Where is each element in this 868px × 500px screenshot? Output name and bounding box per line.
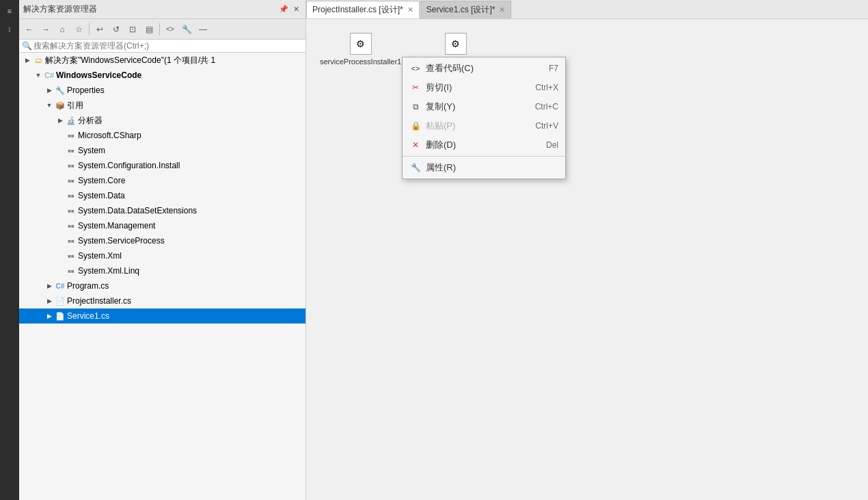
tree-item-solution[interactable]: 🗂 解决方案"WindowsServiceCode"(1 个项目/共 1 bbox=[19, 53, 306, 68]
copy-icon: ⧉ bbox=[409, 101, 422, 113]
tree-item-ref-system[interactable]: ■■ System bbox=[19, 143, 306, 158]
ref-core-label: System.Core bbox=[78, 176, 125, 185]
view-code-shortcut: F7 bbox=[549, 64, 558, 73]
left-toolbar-btn-2[interactable]: ↕ bbox=[1, 21, 18, 37]
ref-xml-linq-label: System.Xml.Linq bbox=[78, 266, 139, 276]
se-undo-btn[interactable]: ↩ bbox=[92, 22, 107, 37]
cut-icon: ✂ bbox=[409, 81, 422, 94]
designer-area: ⚙ serviceProcessInstaller1 ⚙ serviceInst… bbox=[306, 19, 868, 500]
tree-item-ref-data-ds[interactable]: ■■ System.Data.DataSetExtensions bbox=[19, 203, 306, 218]
ref-management-icon: ■■ bbox=[66, 220, 77, 231]
tree-arrow-properties[interactable] bbox=[44, 85, 55, 96]
se-pin-icon[interactable]: 📌 bbox=[278, 4, 289, 15]
tree-arrow-projectinstaller[interactable] bbox=[44, 295, 55, 306]
se-showfiles-btn[interactable]: ▤ bbox=[141, 22, 157, 37]
tree-arrow-program[interactable] bbox=[44, 280, 55, 291]
menu-item-delete[interactable]: ✕ 删除(D) Del bbox=[403, 135, 565, 155]
analyzer-icon: 🔬 bbox=[66, 115, 77, 126]
tree-arrow-references[interactable] bbox=[44, 100, 55, 111]
tree-arrow-analyzers[interactable] bbox=[55, 115, 66, 126]
se-tree: 🗂 解决方案"WindowsServiceCode"(1 个项目/共 1 C# … bbox=[19, 53, 306, 500]
se-collapse-btn[interactable]: ⊡ bbox=[125, 22, 140, 37]
tree-arrow-solution[interactable] bbox=[22, 55, 33, 66]
tree-arrow-project[interactable] bbox=[33, 70, 44, 81]
serviceprocessinstaller1-icon[interactable]: ⚙ bbox=[350, 33, 372, 55]
delete-shortcut: Del bbox=[546, 140, 558, 150]
ref-management-label: System.Management bbox=[78, 221, 155, 231]
ref-csharp-label: Microsoft.CSharp bbox=[78, 131, 141, 140]
properties-menu-icon: 🔧 bbox=[409, 161, 422, 174]
tree-item-ref-data[interactable]: ■■ System.Data bbox=[19, 188, 306, 203]
ref-config-install-icon: ■■ bbox=[66, 160, 77, 171]
properties-label: Properties bbox=[67, 85, 105, 95]
tree-item-ref-xml-linq[interactable]: ■■ System.Xml.Linq bbox=[19, 263, 306, 278]
ref-xml-linq-icon: ■■ bbox=[66, 265, 77, 276]
se-search-icon: 🔍 bbox=[22, 41, 32, 51]
ref-data-ds-icon: ■■ bbox=[66, 205, 77, 216]
paste-shortcut: Ctrl+V bbox=[535, 121, 558, 131]
tree-item-ref-xml[interactable]: ■■ System.Xml bbox=[19, 248, 306, 263]
se-search-bar: 🔍 bbox=[19, 40, 306, 53]
copy-shortcut: Ctrl+C bbox=[535, 102, 558, 111]
se-star-btn[interactable]: ☆ bbox=[71, 22, 86, 37]
tree-item-references[interactable]: 📦 引用 bbox=[19, 98, 306, 113]
menu-item-properties[interactable]: 🔧 属性(R) bbox=[403, 158, 565, 177]
se-properties-btn[interactable]: 🔧 bbox=[179, 22, 194, 37]
tree-item-ref-management[interactable]: ■■ System.Management bbox=[19, 218, 306, 233]
menu-item-view-code[interactable]: <> 查看代码(C) F7 bbox=[403, 59, 565, 78]
delete-icon: ✕ bbox=[409, 139, 422, 151]
references-label: 引用 bbox=[67, 100, 83, 111]
ref-serviceprocess-icon: ■■ bbox=[66, 235, 77, 246]
ref-data-icon: ■■ bbox=[66, 190, 77, 201]
tree-item-ref-csharp[interactable]: ■■ Microsoft.CSharp bbox=[19, 128, 306, 143]
menu-item-copy[interactable]: ⧉ 复制(Y) Ctrl+C bbox=[403, 97, 565, 116]
tab-projectinstaller[interactable]: ProjectInstaller.cs [设计]* ✕ bbox=[306, 1, 420, 18]
menu-item-paste: 🔒 粘贴(P) Ctrl+V bbox=[403, 116, 565, 135]
tree-arrow-service1[interactable] bbox=[44, 311, 55, 321]
view-code-icon: <> bbox=[409, 62, 422, 75]
view-code-label: 查看代码(C) bbox=[426, 62, 549, 75]
serviceinstaller1-icon[interactable]: ⚙ bbox=[445, 33, 467, 55]
tab-projectinstaller-close[interactable]: ✕ bbox=[407, 5, 413, 14]
se-forward-btn[interactable]: → bbox=[38, 22, 53, 37]
ref-data-ds-label: System.Data.DataSetExtensions bbox=[78, 206, 197, 215]
analyzers-label: 分析器 bbox=[78, 115, 103, 127]
tree-item-service1[interactable]: 📄 Service1.cs bbox=[19, 308, 306, 324]
tab-service1-close[interactable]: ✕ bbox=[499, 5, 505, 14]
service1-icon: 📄 bbox=[55, 311, 66, 321]
component-serviceprocessinstaller1[interactable]: ⚙ serviceProcessInstaller1 bbox=[320, 33, 401, 66]
references-icon: 📦 bbox=[55, 100, 66, 111]
se-refresh-btn[interactable]: ↺ bbox=[109, 22, 124, 37]
tree-item-projectinstaller[interactable]: 📄 ProjectInstaller.cs bbox=[19, 293, 306, 308]
ref-xml-icon: ■■ bbox=[66, 250, 77, 261]
se-code-btn[interactable]: <> bbox=[163, 22, 178, 37]
cut-label: 剪切(I) bbox=[426, 81, 535, 94]
left-toolbar-btn-1[interactable]: ≡ bbox=[1, 3, 18, 19]
menu-item-cut[interactable]: ✂ 剪切(I) Ctrl+X bbox=[403, 78, 565, 97]
tree-item-ref-core[interactable]: ■■ System.Core bbox=[19, 173, 306, 188]
project-icon: C# bbox=[44, 70, 55, 81]
program-label: Program.cs bbox=[67, 281, 109, 291]
ref-xml-label: System.Xml bbox=[78, 251, 122, 261]
tree-item-program[interactable]: C# Program.cs bbox=[19, 278, 306, 293]
tab-service1-label: Service1.cs [设计]* bbox=[426, 4, 496, 16]
tree-item-ref-serviceprocess[interactable]: ■■ System.ServiceProcess bbox=[19, 233, 306, 248]
se-close-icon[interactable]: ✕ bbox=[290, 4, 301, 15]
paste-icon: 🔒 bbox=[409, 120, 422, 132]
projectinstaller-icon: 📄 bbox=[55, 295, 66, 306]
se-titlebar: 解决方案资源管理器 📌 ✕ bbox=[19, 0, 306, 19]
serviceprocessinstaller1-label: serviceProcessInstaller1 bbox=[320, 57, 401, 66]
tree-item-project[interactable]: C# WindowsServiceCode bbox=[19, 68, 306, 83]
properties-label: 属性(R) bbox=[426, 161, 558, 174]
se-search-input[interactable] bbox=[33, 41, 303, 51]
tree-item-analyzers[interactable]: 🔬 分析器 bbox=[19, 113, 306, 128]
se-home-btn[interactable]: ⌂ bbox=[55, 22, 70, 37]
cut-shortcut: Ctrl+X bbox=[535, 83, 558, 92]
tree-item-ref-config-install[interactable]: ■■ System.Configuration.Install bbox=[19, 158, 306, 173]
se-minimize-btn[interactable]: — bbox=[195, 22, 211, 37]
se-back-btn[interactable]: ← bbox=[22, 22, 37, 37]
tab-service1[interactable]: Service1.cs [设计]* ✕ bbox=[420, 1, 512, 18]
component-tray: ⚙ serviceProcessInstaller1 ⚙ serviceInst… bbox=[320, 33, 854, 66]
tree-item-properties[interactable]: 🔧 Properties bbox=[19, 83, 306, 98]
ref-system-label: System bbox=[78, 146, 105, 155]
